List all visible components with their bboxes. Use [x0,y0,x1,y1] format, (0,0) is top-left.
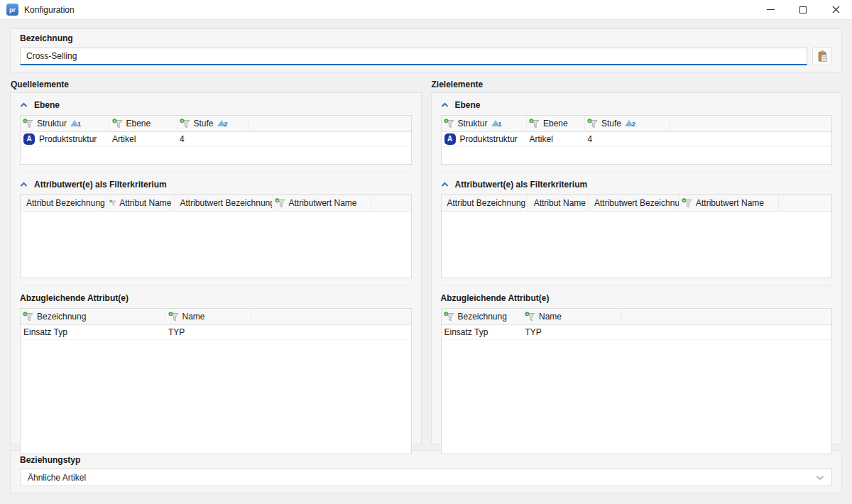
table-row[interactable]: Einsatz Typ TYP [21,324,411,339]
sort-ascending-icon: 1 [70,119,80,127]
column-header-ebene[interactable]: + Ebene [109,116,177,131]
section-title: Attributwert(e) als Filterkriterium [455,180,588,190]
table-row[interactable]: Einsatz Typ TYP [442,324,832,339]
table-row[interactable]: A Produktstruktur Artikel 4 [21,131,411,146]
source-column: Quellelemente Ebene [10,80,422,444]
filter-icon[interactable]: + [525,312,535,322]
header-label: Stufe [601,119,621,128]
sort-ascending-icon: 2 [217,119,226,127]
svg-text:+: + [683,198,686,202]
header-label: Struktur [458,119,488,128]
source-title: Quellelemente [11,80,422,89]
column-header[interactable]: + Attributwert Bezeichnung [174,195,272,211]
source-filter-table: + Attribut Bezeichnung + Attribut Name + [20,195,412,278]
svg-text:+: + [169,312,172,316]
source-match-table: + Bezeichnung + Name [20,308,412,454]
column-header-stufe[interactable]: + Stufe 2 [177,116,248,131]
header-label: Attribut Name [119,198,171,208]
filter-icon[interactable]: + [529,119,540,128]
column-header[interactable]: + Attributwert Name [272,195,371,211]
target-match-table: + Bezeichnung + Name [441,308,833,454]
header-label: Attributwert Name [696,198,764,208]
filter-icon[interactable]: + [23,119,33,128]
column-header[interactable]: + Bezeichnung [21,309,165,324]
collapse-toggle[interactable] [441,182,449,187]
column-header[interactable]: + Attributwert Name [679,195,779,211]
target-ebene-section: Ebene + Struktur 1 [441,93,833,172]
svg-text:+: + [589,119,591,123]
structure-type-icon: A [444,133,456,145]
chevron-up-icon [20,102,28,108]
app-icon: pr [6,4,18,16]
column-header-ebene[interactable]: + Ebene [527,116,585,131]
collapse-toggle[interactable] [20,102,28,108]
header-label: Ebene [543,119,568,128]
column-header-struktur[interactable]: + Struktur 1 [442,116,527,131]
maximize-button[interactable] [787,0,819,19]
target-ebene-table: + Struktur 1 + Ebene + [441,115,833,165]
chevron-up-icon [441,102,449,108]
column-header-stufe[interactable]: + Stufe 2 [585,116,670,131]
bezeichnung-input[interactable] [20,48,807,65]
svg-text:+: + [180,119,183,123]
window-controls [754,0,852,19]
minimize-button[interactable] [754,0,787,19]
filter-icon[interactable]: + [444,119,454,128]
maximize-icon [799,6,807,13]
beziehungstyp-dropdown[interactable]: Ähnliche Artikel [20,469,832,486]
configuration-window: pr Konfiguration Bezeichnung [0,0,852,504]
paste-button[interactable] [812,47,832,65]
bezeichnung-group: Bezeichnung [10,28,842,72]
close-icon [832,6,840,13]
table-row[interactable]: A Produktstruktur Artikel 4 [442,131,832,146]
header-label: Attributwert Name [289,198,357,208]
minimize-icon [767,9,775,10]
filter-icon[interactable]: + [587,119,598,128]
filter-icon[interactable]: + [180,119,190,128]
filter-icon[interactable]: + [112,119,123,128]
source-ebene-section: Ebene + Struktur 1 [20,93,412,172]
target-match-section: Abzugleichende Attribut(e) + Bezeichnung [441,285,833,461]
section-title: Ebene [34,100,60,110]
column-header[interactable]: + Attributwert Bezeichnung [589,195,679,211]
close-button[interactable] [819,0,852,19]
svg-text:+: + [24,312,27,316]
filter-icon[interactable]: + [530,198,530,208]
header-label: Attributwert Bezeichnung [180,198,273,208]
collapse-toggle[interactable] [441,102,449,108]
header-label: Stufe [194,119,214,128]
svg-text:+: + [24,119,27,123]
structure-type-icon: A [23,133,35,145]
source-ebene-table: + Struktur 1 + Ebene + [20,115,412,165]
svg-text:+: + [530,119,533,123]
svg-text:+: + [113,119,116,123]
filter-icon[interactable]: + [109,198,116,208]
chevron-down-icon [816,475,824,481]
filter-icon[interactable]: + [275,198,285,208]
filter-icon[interactable]: + [682,198,692,208]
column-header[interactable]: + Bezeichnung [442,309,523,324]
column-header-struktur[interactable]: + Struktur 1 [21,116,109,131]
column-header[interactable]: + Name [165,309,251,324]
sort-ascending-icon: 2 [625,119,634,127]
column-header[interactable]: + Attribut Name [106,195,174,211]
column-header[interactable]: + Attribut Bezeichnung [21,195,106,211]
header-label: Bezeichnung [458,312,507,322]
collapse-toggle[interactable] [20,182,28,187]
source-filter-section: Attributwert(e) als Filterkriterium + At… [20,172,412,285]
dropdown-value: Ähnliche Artikel [28,473,816,483]
target-filter-section: Attributwert(e) als Filterkriterium + At… [441,172,833,285]
filter-icon[interactable]: + [23,312,33,322]
target-filter-table: + Attribut Bezeichnung + Attribut Name + [441,195,833,278]
filter-icon[interactable]: + [444,312,454,322]
window-title: Konfiguration [24,5,75,15]
svg-text:+: + [444,119,447,123]
header-label: Attribut Bezeichnung [26,198,105,208]
header-label: Ebene [126,119,151,128]
header-label: Name [539,312,562,322]
column-header[interactable]: + Name [523,309,622,324]
filter-icon[interactable]: + [168,312,179,322]
svg-text:+: + [444,312,447,316]
column-header[interactable]: + Attribut Name [528,195,589,211]
column-header[interactable]: + Attribut Bezeichnung [442,195,528,211]
